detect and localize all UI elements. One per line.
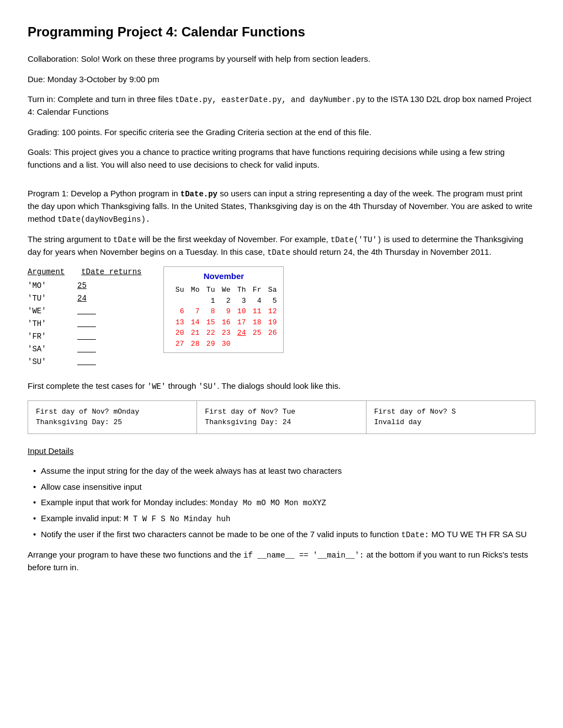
list-item-text: Example invalid input: bbox=[41, 513, 124, 523]
calendar-header-cell: We bbox=[216, 285, 231, 296]
argument-table: Argument tDate returns 'MO'25'TU'24'WE'_… bbox=[28, 266, 141, 369]
dialog-box: First day of Nov? mOnday Thanksgiving Da… bbox=[28, 400, 535, 434]
calendar-cell: 13 bbox=[169, 317, 185, 328]
calendar-cell: 20 bbox=[169, 328, 185, 339]
goals-text: Goals: This project gives you a chance t… bbox=[28, 146, 535, 171]
arg-cell: 'FR' bbox=[28, 331, 61, 342]
calendar-cell: 6 bbox=[169, 306, 185, 317]
calendar-header-cell: Sa bbox=[262, 285, 278, 296]
program1-paragraph1: Program 1: Develop a Python program in t… bbox=[28, 188, 535, 226]
calendar-grid: SuMoTuWeThFrSa 1234567891011121314151617… bbox=[169, 285, 278, 349]
input-details-title: Input Details bbox=[28, 445, 535, 458]
program1-paragraph2: The string argument to tDate will be the… bbox=[28, 233, 535, 259]
argument-row: 'WE'____ bbox=[28, 306, 141, 317]
turnin-text: Turn in: Complete and turn in three file… bbox=[28, 93, 535, 119]
calendar-cell: 25 bbox=[247, 328, 262, 339]
calendar-data-row: 27282930 bbox=[169, 339, 278, 350]
calendar-cell: 22 bbox=[200, 328, 216, 339]
turnin-files: tDate.py, easterDate.py, and dayNumber.p… bbox=[175, 95, 365, 104]
calendar-cell: 4 bbox=[247, 296, 262, 307]
complete-text: First complete the test cases for bbox=[28, 381, 147, 390]
calendar-cell: 17 bbox=[231, 317, 247, 328]
due-text: Due: Monday 3-October by 9:00 pm bbox=[28, 73, 535, 86]
complete-text3: . The dialogs should look like this. bbox=[217, 381, 341, 390]
dialog-panel: First day of Nov? Tue Thanksgiving Day: … bbox=[197, 401, 366, 433]
ret-cell: ____ bbox=[77, 344, 99, 355]
ret-cell: ____ bbox=[77, 318, 99, 330]
arg-cell: 'MO' bbox=[28, 280, 61, 292]
arg-cell: 'TU' bbox=[28, 293, 61, 304]
returns-col-header: tDate returns bbox=[81, 266, 141, 278]
arg-cell: 'TH' bbox=[28, 318, 61, 330]
calendar-cell: 1 bbox=[200, 296, 216, 307]
calendar-cell: 12 bbox=[262, 306, 278, 317]
list-item: Example input that work for Monday inclu… bbox=[33, 496, 535, 509]
list-item-code: M T W F S No Minday huh bbox=[124, 515, 230, 523]
dialog-panel: First day of Nov? mOnday Thanksgiving Da… bbox=[28, 401, 197, 433]
program1-intro: Program 1: Develop a Python program in bbox=[28, 189, 180, 198]
calendar-data-row: 12345 bbox=[169, 296, 278, 307]
calendar-widget: November SuMoTuWeThFrSa 1234567891011121… bbox=[163, 266, 284, 354]
calendar-cell bbox=[247, 339, 262, 350]
program1-method: tDate(dayNovBegins). bbox=[57, 215, 150, 224]
page-title: Programming Project 4: Calendar Function… bbox=[28, 22, 535, 42]
calendar-header-cell: Th bbox=[231, 285, 247, 296]
p2-text1: will be the first weekday of November. F… bbox=[136, 234, 331, 244]
calendar-data-row: 6789101112 bbox=[169, 306, 278, 317]
p2-text3: should return bbox=[290, 247, 343, 256]
argument-section: Argument tDate returns 'MO'25'TU'24'WE'_… bbox=[28, 266, 535, 369]
collaboration-text: Collaboration: Solo! Work on these three… bbox=[28, 53, 535, 66]
list-item: Example invalid input: M T W F S No Mind… bbox=[33, 512, 535, 525]
p2-code1: tDate bbox=[113, 235, 136, 244]
calendar-cell: 9 bbox=[216, 306, 231, 317]
ret-cell: ____ bbox=[77, 356, 99, 368]
calendar-cell: 28 bbox=[185, 339, 200, 350]
input-details-title-para: Input Details bbox=[28, 445, 535, 458]
arg-cell: 'WE' bbox=[28, 306, 61, 317]
argument-rows-container: 'MO'25'TU'24'WE'____'TH'____'FR'____'SA'… bbox=[28, 280, 141, 368]
calendar-cell: 7 bbox=[185, 306, 200, 317]
ret-cell: 25 bbox=[77, 280, 99, 292]
complete-paragraph: First complete the test cases for 'WE' t… bbox=[28, 380, 535, 393]
list-item: Allow case insensitive input bbox=[33, 481, 535, 494]
calendar-cell: 24 bbox=[231, 328, 247, 339]
calendar-cell bbox=[231, 339, 247, 350]
list-item-text: Example input that work for Monday inclu… bbox=[41, 497, 210, 507]
argument-header-row: Argument tDate returns bbox=[28, 266, 141, 278]
calendar-cell: 27 bbox=[169, 339, 185, 350]
calendar-cell: 23 bbox=[216, 328, 231, 339]
calendar-cell bbox=[169, 296, 185, 307]
arg-cell: 'SU' bbox=[28, 356, 61, 368]
argument-row: 'FR'____ bbox=[28, 331, 141, 342]
ret-cell: ____ bbox=[77, 331, 99, 342]
calendar-cell: 30 bbox=[216, 339, 231, 350]
p2-prefix: The string argument to bbox=[28, 234, 113, 244]
calendar-cell: 3 bbox=[231, 296, 247, 307]
argument-row: 'MO'25 bbox=[28, 280, 141, 292]
calendar-cell: 16 bbox=[216, 317, 231, 328]
calendar-cell: 8 bbox=[200, 306, 216, 317]
turnin-prefix: Turn in: Complete and turn in three file… bbox=[28, 94, 175, 104]
p2-val: 24 bbox=[343, 248, 353, 257]
argument-row: 'SA'____ bbox=[28, 344, 141, 355]
calendar-title: November bbox=[169, 270, 278, 283]
bullet-list: Assume the input string for the day of t… bbox=[28, 465, 535, 541]
grading-text: Grading: 100 points. For specific criter… bbox=[28, 126, 535, 139]
calendar-cell bbox=[262, 339, 278, 350]
calendar-cell bbox=[185, 296, 200, 307]
calendar-cell: 5 bbox=[262, 296, 278, 307]
arg-cell: 'SA' bbox=[28, 344, 61, 355]
calendar-data-row: 13141516171819 bbox=[169, 317, 278, 328]
calendar-header-cell: Su bbox=[169, 285, 185, 296]
program1-file: tDate.py bbox=[180, 190, 217, 199]
calendar-cell: 19 bbox=[262, 317, 278, 328]
dialog-panel: First day of Nov? S Invalid day bbox=[367, 401, 535, 433]
calendar-cell: 15 bbox=[200, 317, 216, 328]
calendar-cell: 11 bbox=[247, 306, 262, 317]
calendar-cell: 29 bbox=[200, 339, 216, 350]
complete-code2: 'SU' bbox=[199, 382, 217, 391]
list-item-code: tDate: bbox=[401, 531, 429, 539]
argument-col-header: Argument bbox=[28, 266, 65, 278]
calendar-cell: 14 bbox=[185, 317, 200, 328]
argument-row: 'TH'____ bbox=[28, 318, 141, 330]
